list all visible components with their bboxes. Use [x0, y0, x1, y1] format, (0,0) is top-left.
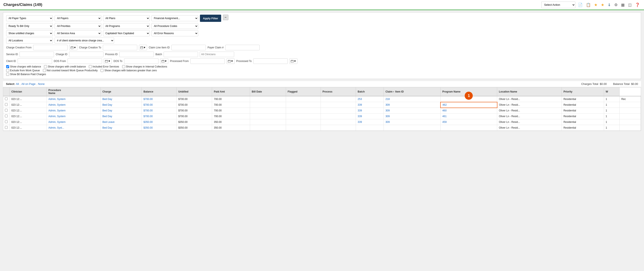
show-zero-balance-checkbox[interactable]: Show $0 Balance Paid Charges: [6, 73, 46, 76]
dos-to-calendar[interactable]: ▼: [160, 58, 168, 64]
show-balance-checkbox[interactable]: Show charges with balance: [6, 65, 41, 68]
row-batch[interactable]: 309: [384, 119, 441, 125]
download-icon[interactable]: ⇓: [607, 2, 612, 8]
row-charge[interactable]: $700.00: [142, 102, 176, 108]
row-id: 023 12:...: [10, 114, 46, 119]
select-all-on-page-link[interactable]: All on Page: [22, 82, 36, 85]
row-checkbox[interactable]: [5, 109, 8, 112]
charge-creation-from-calendar[interactable]: ▼: [69, 45, 77, 50]
row-id: 023 12:...: [10, 102, 46, 108]
claim-line-item-id-input[interactable]: [172, 45, 206, 50]
gear-icon[interactable]: ⚙: [614, 2, 618, 8]
row-clinician[interactable]: Admin, System: [46, 119, 100, 125]
row-clinician[interactable]: Admin, System: [46, 102, 100, 108]
row-charge[interactable]: $700.00: [142, 108, 176, 114]
row-process[interactable]: 339: [356, 114, 384, 119]
row-claim-item-id[interactable]: 459: [440, 119, 497, 125]
filter-payers[interactable]: All Payers: [54, 15, 101, 21]
charge-creation-to-calendar[interactable]: ▼: [139, 45, 147, 50]
row-checkbox[interactable]: [5, 115, 8, 117]
row-procedure-name[interactable]: Bed Day: [100, 108, 142, 114]
charge-creation-to-input[interactable]: [103, 45, 137, 50]
processed-to-calendar[interactable]: ▼: [290, 58, 298, 64]
row-claim-item-id[interactable]: 461: [440, 114, 497, 119]
row-w: [620, 108, 641, 114]
row-procedure-name[interactable]: Bed Day: [100, 96, 142, 102]
row-batch[interactable]: 309: [384, 102, 441, 108]
row-claim-item-id[interactable]: 460: [440, 108, 497, 114]
row-charge[interactable]: $700.00: [142, 96, 176, 102]
row-checkbox[interactable]: [5, 103, 8, 106]
dos-from-input[interactable]: 02/01/2023: [68, 58, 102, 64]
row-procedure-name[interactable]: Bed Day: [100, 102, 142, 108]
row-charge[interactable]: $700.00: [142, 114, 176, 119]
row-charge[interactable]: $350.00: [142, 119, 176, 125]
process-id-input[interactable]: [120, 51, 154, 57]
row-clinician[interactable]: Admin, System: [46, 96, 100, 102]
row-checkbox[interactable]: [5, 126, 8, 129]
dos-to-input[interactable]: 06/06/2023: [124, 58, 158, 64]
filter-priorities[interactable]: All Priorities: [54, 23, 101, 29]
dos-from-calendar[interactable]: ▼: [104, 58, 112, 64]
greater-than-zero-checkbox[interactable]: Show charges with balances greater than …: [100, 69, 157, 72]
payer-claim-input[interactable]: [225, 45, 260, 50]
row-checkbox[interactable]: [5, 120, 8, 123]
internal-collections-checkbox[interactable]: Show charges in Internal Collections: [122, 65, 167, 68]
filter-capitated[interactable]: Capitated/ Non Capitated: [103, 30, 150, 36]
row-clinician[interactable]: Admin, Syst...: [46, 125, 100, 131]
processed-from-calendar[interactable]: ▼: [226, 58, 234, 64]
grid2-icon[interactable]: ◫: [627, 2, 632, 8]
all-clinicians-input[interactable]: [200, 51, 234, 57]
filter-ready-to-bill[interactable]: Ready To Bill Only: [6, 23, 53, 29]
filter-locations[interactable]: All Locations: [6, 37, 53, 43]
apply-filter-button[interactable]: Apply Filter: [200, 15, 221, 22]
client-id-input[interactable]: [18, 58, 52, 64]
not-counted-checkbox[interactable]: Not counted toward Work Queue Productivi…: [43, 69, 98, 72]
collapse-filter-button[interactable]: −: [223, 15, 228, 20]
row-process[interactable]: 253: [356, 96, 384, 102]
row-process[interactable]: 339: [356, 108, 384, 114]
filter-financial-assignment[interactable]: Financial Assignment...: [152, 15, 198, 21]
filter-plans[interactable]: All Plans: [103, 15, 150, 21]
processed-from-input[interactable]: [190, 58, 225, 64]
error-services-checkbox[interactable]: Included Error Services: [89, 65, 119, 68]
credit-balance-checkbox[interactable]: Show charges with credit balance: [44, 65, 86, 68]
filter-procedure-codes[interactable]: All Procedure Codes: [152, 23, 198, 29]
row-procedure-name[interactable]: Bed Day: [100, 125, 142, 131]
row-process[interactable]: 339: [356, 102, 384, 108]
filter-payer-types[interactable]: All Payer Types: [6, 15, 53, 21]
filter-show-unbilled[interactable]: Show unbilled charges: [6, 30, 53, 36]
table-container: Clinician ProcedureName Charge Balance U…: [3, 87, 641, 131]
processed-to-input[interactable]: [253, 58, 288, 64]
exclude-work-queue-checkbox[interactable]: Exclude from Work Queue: [6, 69, 40, 72]
row-claim-item-id[interactable]: 462: [440, 102, 497, 108]
row-clinician[interactable]: Admin, System: [46, 108, 100, 114]
filter-programs[interactable]: All Programs: [103, 23, 150, 29]
row-batch[interactable]: 218: [384, 96, 441, 102]
star-outline-icon[interactable]: ★: [593, 2, 598, 8]
row-batch[interactable]: 309: [384, 114, 441, 119]
row-checkbox[interactable]: [5, 97, 8, 100]
star-filled-icon[interactable]: ★: [600, 2, 605, 8]
document-icon[interactable]: 📄: [577, 2, 584, 8]
row-procedure-name[interactable]: Bed Day: [100, 114, 142, 119]
charge-id-input[interactable]: [69, 51, 104, 57]
row-charge[interactable]: $350.00: [142, 125, 176, 131]
charge-creation-from-input[interactable]: [33, 45, 68, 50]
service-id-input[interactable]: [20, 51, 54, 57]
filter-service-area[interactable]: All Service Area: [54, 30, 101, 36]
batch-input[interactable]: [164, 51, 198, 57]
help-icon[interactable]: ❓: [634, 2, 640, 8]
filter-row-3: Show unbilled charges All Service Area C…: [6, 30, 638, 36]
grid1-icon[interactable]: ▦: [620, 2, 626, 8]
select-all-link[interactable]: All: [16, 82, 19, 85]
select-none-link[interactable]: None: [38, 82, 44, 85]
filter-client-statements[interactable]: # of client statements since charge crea…: [54, 37, 114, 43]
document2-icon[interactable]: 📋: [585, 2, 592, 8]
row-procedure-name[interactable]: Bed Leave: [100, 119, 142, 125]
filter-error-reasons[interactable]: All Error Reasons: [152, 30, 198, 36]
select-action-dropdown[interactable]: Select Action: [542, 1, 575, 8]
row-clinician[interactable]: Admin, System: [46, 114, 100, 119]
row-process[interactable]: 339: [356, 119, 384, 125]
row-batch[interactable]: 309: [384, 108, 441, 114]
